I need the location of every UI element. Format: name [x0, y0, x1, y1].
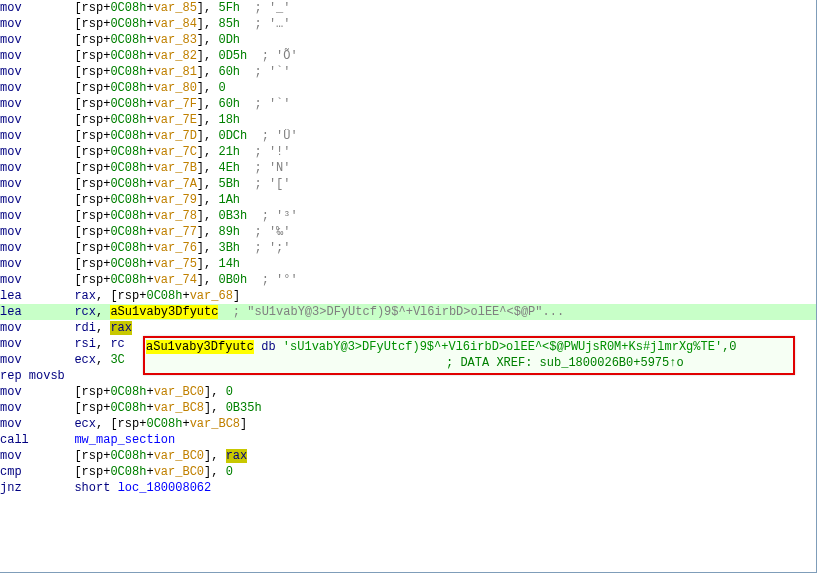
immediate: 18h: [218, 113, 240, 127]
immediate: 0DCh: [218, 129, 247, 143]
symbol-tooltip: aSu1vaby3Dfyutc db 'sU1vabY@3>DFyUtcf)9$…: [143, 336, 795, 375]
asm-line-lea-rcx[interactable]: lea rcx, aSu1vaby3Dfyutc ; "sU1vabY@3>DF…: [0, 304, 816, 320]
mnemonic: mov: [0, 80, 60, 96]
var: var_75: [154, 257, 197, 271]
mnemonic: rep movsb: [0, 368, 60, 384]
var: var_80: [154, 81, 197, 95]
char-comment: ; '_': [254, 1, 290, 15]
mnemonic: mov: [0, 144, 60, 160]
tooltip-symbol: aSu1vaby3Dfyutc: [146, 340, 254, 354]
char-comment: ; 'Õ': [262, 49, 298, 63]
var: var_79: [154, 193, 197, 207]
asm-line[interactable]: mov [rsp+0C08h+var_76], 3Bh ; ';': [0, 240, 816, 256]
immediate: 4Eh: [218, 161, 240, 175]
asm-line[interactable]: mov [rsp+0C08h+var_77], 89h ; '‰': [0, 224, 816, 240]
immediate: 0B35h: [226, 401, 262, 415]
asm-line[interactable]: mov rdi, rax: [0, 320, 816, 336]
char-comment: ; 'Ü': [262, 129, 298, 143]
mnemonic: mov: [0, 0, 60, 16]
offset: 0C08h: [110, 241, 146, 255]
disassembly-view[interactable]: mov [rsp+0C08h+var_85], 5Fh ; '_'mov [rs…: [0, 0, 817, 573]
mnemonic: mov: [0, 192, 60, 208]
char-comment: ; '…': [254, 17, 290, 31]
var: var_7A: [154, 177, 197, 191]
offset: 0C08h: [110, 129, 146, 143]
asm-line[interactable]: mov ecx, [rsp+0C08h+var_BC8]: [0, 416, 816, 432]
char-comment: ; '°': [262, 273, 298, 287]
asm-line[interactable]: mov [rsp+0C08h+var_82], 0D5h ; 'Õ': [0, 48, 816, 64]
asm-line[interactable]: mov [rsp+0C08h+var_75], 14h: [0, 256, 816, 272]
asm-line[interactable]: mov [rsp+0C08h+var_78], 0B3h ; '³': [0, 208, 816, 224]
mnemonic: mov: [0, 352, 60, 368]
asm-line[interactable]: cmp [rsp+0C08h+var_BC0], 0: [0, 464, 816, 480]
mnemonic: mov: [0, 320, 60, 336]
offset: 0C08h: [110, 97, 146, 111]
asm-line[interactable]: mov [rsp+0C08h+var_85], 5Fh ; '_': [0, 0, 816, 16]
offset: 0C08h: [110, 257, 146, 271]
asm-line[interactable]: mov [rsp+0C08h+var_80], 0: [0, 80, 816, 96]
offset: 0C08h: [110, 209, 146, 223]
immediate: 0: [218, 81, 225, 95]
call-target[interactable]: mw_map_section: [74, 433, 175, 447]
asm-line[interactable]: mov [rsp+0C08h+var_83], 0Dh: [0, 32, 816, 48]
jump-target[interactable]: loc_180008062: [118, 481, 212, 495]
immediate: 0: [226, 385, 233, 399]
asm-line[interactable]: mov [rsp+0C08h+var_7B], 4Eh ; 'N': [0, 160, 816, 176]
var: var_7E: [154, 113, 197, 127]
asm-line[interactable]: mov [rsp+0C08h+var_7E], 18h: [0, 112, 816, 128]
register: rax: [74, 289, 96, 303]
asm-line-call[interactable]: call mw_map_section: [0, 432, 816, 448]
mnemonic: mov: [0, 96, 60, 112]
offset: 0C08h: [110, 49, 146, 63]
var: var_77: [154, 225, 197, 239]
mnemonic: mov: [0, 112, 60, 128]
mnemonic: mov: [0, 48, 60, 64]
var: var_7F: [154, 97, 197, 111]
mnemonic: jnz: [0, 480, 60, 496]
mnemonic: mov: [0, 240, 60, 256]
asm-line[interactable]: mov [rsp+0C08h+var_BC8], 0B35h: [0, 400, 816, 416]
char-comment: ; '!': [254, 145, 290, 159]
offset: 0C08h: [110, 177, 146, 191]
mnemonic: mov: [0, 176, 60, 192]
asm-line[interactable]: mov [rsp+0C08h+var_7C], 21h ; '!': [0, 144, 816, 160]
mnemonic: mov: [0, 32, 60, 48]
char-comment: ; 'N': [254, 161, 290, 175]
immediate: 5Fh: [218, 1, 240, 15]
immediate: 60h: [218, 97, 240, 111]
immediate: 14h: [218, 257, 240, 271]
offset: 0C08h: [110, 17, 146, 31]
offset: 0C08h: [110, 401, 146, 415]
mnemonic: mov: [0, 336, 60, 352]
symbol-ref[interactable]: aSu1vaby3Dfyutc: [110, 305, 218, 319]
asm-line[interactable]: mov [rsp+0C08h+var_7D], 0DCh ; 'Ü': [0, 128, 816, 144]
var: var_84: [154, 17, 197, 31]
var: var_74: [154, 273, 197, 287]
offset: 0C08h: [110, 225, 146, 239]
offset: 0C08h: [146, 289, 182, 303]
asm-line[interactable]: mov [rsp+0C08h+var_74], 0B0h ; '°': [0, 272, 816, 288]
char-comment: ; '‰': [254, 225, 290, 239]
asm-line[interactable]: mov [rsp+0C08h+var_BC0], 0: [0, 384, 816, 400]
asm-line[interactable]: mov [rsp+0C08h+var_7F], 60h ; '`': [0, 96, 816, 112]
asm-line-jump[interactable]: jnz short loc_180008062: [0, 480, 816, 496]
asm-line[interactable]: mov [rsp+0C08h+var_81], 60h ; '`': [0, 64, 816, 80]
immediate: 1Ah: [218, 193, 240, 207]
char-comment: ; '`': [254, 65, 290, 79]
asm-line-lea-rax[interactable]: lea rax, [rsp+0C08h+var_68]: [0, 288, 816, 304]
asm-line[interactable]: mov [rsp+0C08h+var_BC0], rax: [0, 448, 816, 464]
char-comment: ; '[': [254, 177, 290, 191]
offset: 0C08h: [110, 193, 146, 207]
offset: 0C08h: [110, 65, 146, 79]
var: var_7C: [154, 145, 197, 159]
asm-line[interactable]: mov [rsp+0C08h+var_7A], 5Bh ; '[': [0, 176, 816, 192]
asm-line[interactable]: mov [rsp+0C08h+var_84], 85h ; '…': [0, 16, 816, 32]
var: var_76: [154, 241, 197, 255]
mnemonic: mov: [0, 272, 60, 288]
asm-line[interactable]: mov [rsp+0C08h+var_79], 1Ah: [0, 192, 816, 208]
tooltip-string: 'sU1vabY@3>DFyUtcf)9$^+Vl6irbD>olEE^<$@P…: [283, 340, 722, 354]
char-comment: ; ';': [254, 241, 290, 255]
immediate: 0Dh: [218, 33, 240, 47]
immediate: 5Bh: [218, 177, 240, 191]
immediate: 0B0h: [218, 273, 247, 287]
